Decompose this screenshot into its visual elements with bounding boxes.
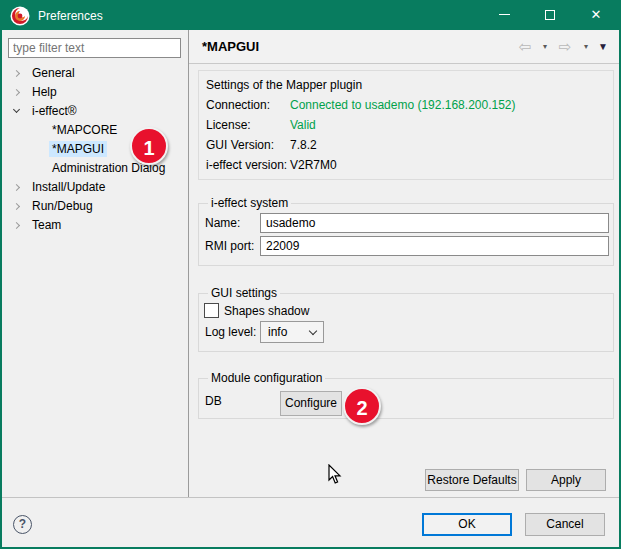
chevron-right-icon	[13, 222, 20, 229]
chevron-down-icon	[13, 106, 20, 113]
module-configuration-title: Module configuration	[208, 371, 325, 386]
name-label: Name:	[205, 213, 240, 233]
selected-tree-item: *MAPGUI	[49, 141, 107, 157]
info-row-license: License:Valid	[206, 115, 316, 135]
connection-status: Connected to usademo (192.168.200.152)	[290, 98, 516, 112]
close-button[interactable]: ✕	[573, 2, 619, 30]
forward-dropdown-icon[interactable]: ▾	[580, 30, 592, 64]
info-title: Settings of the Mapper plugin	[206, 75, 362, 95]
chevron-right-icon	[13, 184, 20, 191]
back-icon[interactable]: ⇦	[515, 30, 535, 64]
gui-settings-group-title: GUI settings	[208, 286, 280, 301]
rmi-port-field[interactable]	[260, 236, 609, 256]
ok-button[interactable]: OK	[422, 513, 512, 536]
maximize-icon	[545, 10, 555, 20]
license-status: Valid	[290, 118, 316, 132]
minimize-icon	[499, 14, 510, 15]
app-logo-icon	[10, 6, 30, 26]
mouse-cursor-icon	[328, 464, 342, 485]
dropdown-chevron-icon	[309, 327, 317, 335]
annotation-badge-2: 2	[343, 387, 381, 425]
shapes-shadow-checkbox[interactable]	[204, 303, 219, 318]
restore-defaults-button[interactable]: Restore Defaults	[425, 469, 519, 491]
shapes-shadow-label: Shapes shadow	[224, 301, 309, 321]
module-configuration-group: Module configuration DB Configure	[198, 378, 614, 419]
log-level-select[interactable]: info	[260, 321, 324, 343]
info-row-gui-version: GUI Version:7.8.2	[206, 135, 317, 155]
forward-icon[interactable]: ⇨	[555, 30, 575, 64]
tree-item-general[interactable]: General	[2, 64, 187, 83]
plugin-info-panel: Settings of the Mapper plugin Connection…	[198, 70, 614, 180]
window-title: Preferences	[38, 2, 103, 30]
page-header: *MAPGUI ⇦ ▾ ⇨ ▾ ▼	[189, 30, 619, 64]
minimize-button[interactable]	[481, 2, 527, 30]
filter-input[interactable]	[8, 38, 181, 58]
tree-item-team[interactable]: Team	[2, 216, 187, 235]
system-group: i-effect system Name: RMI port:	[198, 203, 614, 266]
log-level-label: Log level:	[205, 322, 256, 342]
back-dropdown-icon[interactable]: ▾	[539, 30, 551, 64]
system-group-title: i-effect system	[208, 196, 291, 211]
annotation-badge-1: 1	[130, 127, 168, 165]
footer-divider	[2, 497, 619, 498]
panel-divider[interactable]	[188, 30, 189, 497]
page-title: *MAPGUI	[202, 30, 259, 64]
tree-item-i-effect[interactable]: i-effect®	[2, 102, 187, 121]
chevron-right-icon	[13, 70, 20, 77]
name-field[interactable]	[260, 213, 609, 233]
configure-button[interactable]: Configure	[280, 391, 342, 416]
chevron-right-icon	[13, 89, 20, 96]
info-row-ieffect-version: i-effect version:V2R7M0	[206, 155, 337, 175]
tree-item-install-update[interactable]: Install/Update	[2, 178, 187, 197]
tree-item-run-debug[interactable]: Run/Debug	[2, 197, 187, 216]
apply-button[interactable]: Apply	[526, 469, 606, 491]
info-row-connection: Connection:Connected to usademo (192.168…	[206, 95, 516, 115]
tree-item-help[interactable]: Help	[2, 83, 187, 102]
view-menu-icon[interactable]: ▼	[596, 30, 610, 64]
help-icon[interactable]: ?	[13, 515, 32, 534]
preferences-dialog: Preferences ✕ General Help i-effect® *MA…	[0, 0, 621, 549]
chevron-right-icon	[13, 203, 20, 210]
gui-settings-group: GUI settings Shapes shadow Log level: in…	[198, 293, 614, 352]
rmi-port-label: RMI port:	[205, 236, 254, 256]
cancel-button[interactable]: Cancel	[525, 513, 605, 536]
maximize-button[interactable]	[527, 2, 573, 30]
title-bar: Preferences ✕	[2, 2, 619, 30]
db-label: DB	[205, 391, 222, 411]
